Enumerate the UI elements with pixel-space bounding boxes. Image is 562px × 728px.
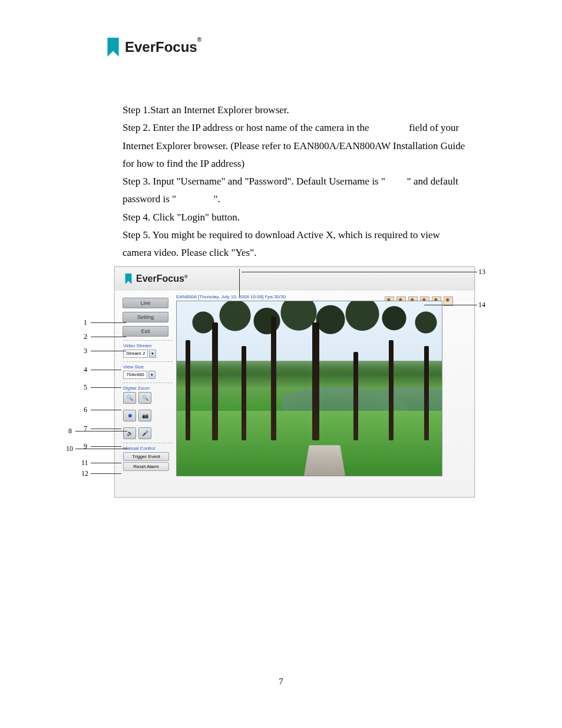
callout-9: 9 <box>84 442 87 451</box>
callout-4: 4 <box>84 365 87 374</box>
trigger-event-button[interactable]: Trigger Event <box>123 452 169 461</box>
view-size-value: 704x480 <box>123 371 147 379</box>
chevron-down-icon[interactable]: ▾ <box>148 371 156 379</box>
callout-12: 12 <box>81 469 88 478</box>
viewer-pane: EAN800A [Thursday, July 10, 2008 10:08] … <box>176 291 474 476</box>
speaker-icon[interactable]: 🔈 <box>123 427 136 439</box>
exit-button[interactable]: Exit <box>123 326 168 337</box>
manual-control-label: Manual Control <box>123 443 173 451</box>
ui-brand-logo-icon <box>123 274 134 284</box>
step-1: Step 1.Start an Internet Explorer browse… <box>123 101 470 119</box>
digital-zoom-label: Digital Zoom <box>123 383 173 391</box>
chevron-down-icon[interactable]: ▾ <box>149 350 156 358</box>
setting-button[interactable]: Setting <box>123 312 168 322</box>
callout-13-vertical <box>239 269 240 297</box>
callout-3: 3 <box>84 347 87 355</box>
ui-brand-name: EverFocus® <box>136 274 188 284</box>
view-size-select[interactable]: 704x480 ▾ <box>123 371 173 379</box>
video-stream-value: Stream 2 <box>123 350 148 358</box>
callout-10: 10 <box>66 444 73 453</box>
callout-1: 1 <box>84 318 87 327</box>
live-button[interactable]: Live <box>123 298 168 308</box>
callout-5: 5 <box>84 383 87 392</box>
zoom-out-icon[interactable]: 🔍 <box>138 392 151 404</box>
step-2: Step 2. Enter the IP address or host nam… <box>123 119 470 173</box>
callout-14: 14 <box>478 301 485 309</box>
video-stream-select[interactable]: Stream 2 ▾ <box>123 350 173 358</box>
record-icon[interactable]: ⏺ <box>123 410 136 421</box>
ui-window: EverFocus® Live Setting Exit Video Strea… <box>114 266 475 498</box>
callout-7: 7 <box>84 424 87 433</box>
callout-2: 2 <box>84 332 87 341</box>
page-brand: EverFocus® <box>104 38 201 57</box>
snapshot-icon[interactable]: 📷 <box>138 410 151 421</box>
zoom-in-icon[interactable]: 🔍 <box>123 392 136 404</box>
ui-brand-bar: EverFocus® <box>115 267 474 291</box>
instructions: Step 1.Start an Internet Explorer browse… <box>123 101 470 280</box>
callout-11: 11 <box>81 459 88 467</box>
step-5: Step 5. You might be required to downloa… <box>123 226 470 262</box>
step-4: Step 4. Click "Login" button. <box>123 209 470 226</box>
reset-alarm-button[interactable]: Reset Alarm <box>123 462 169 471</box>
callout-8: 8 <box>68 427 72 436</box>
step-3: Step 3. Input "Username" and "Password".… <box>123 173 470 209</box>
page-number: 7 <box>0 677 562 687</box>
brand-name: EverFocus® <box>125 39 201 55</box>
video-stream-label: Video Stream <box>123 340 173 348</box>
video-frame <box>176 301 442 476</box>
callout-6: 6 <box>84 406 87 414</box>
view-size-label: View Size <box>123 361 173 370</box>
mic-icon[interactable]: 🎤 <box>138 427 151 439</box>
brand-logo-icon <box>104 38 123 57</box>
callout-13: 13 <box>478 268 485 276</box>
